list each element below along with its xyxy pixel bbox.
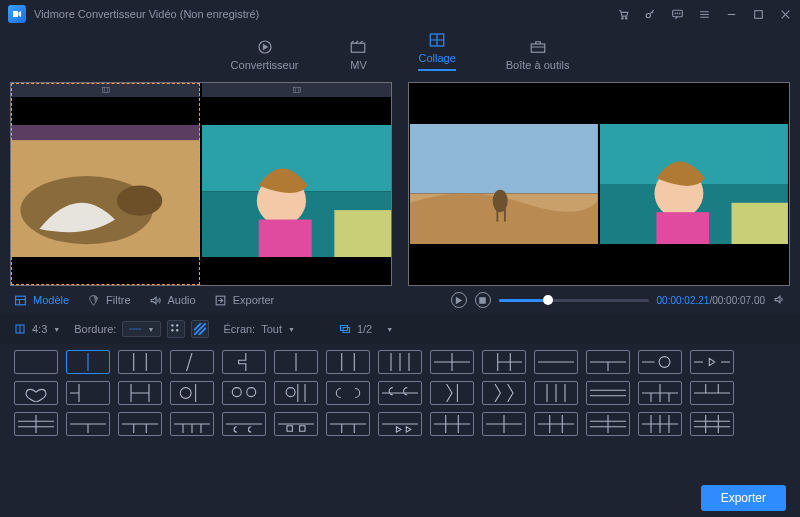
film-icon bbox=[101, 85, 111, 95]
layout-template-22[interactable] bbox=[378, 381, 422, 405]
layout-template-23[interactable] bbox=[430, 381, 474, 405]
screen-group[interactable]: Écran: Tout ▼ bbox=[223, 323, 295, 335]
svg-point-15 bbox=[117, 185, 162, 215]
layout-template-7[interactable] bbox=[326, 350, 370, 374]
layout-template-3[interactable] bbox=[118, 350, 162, 374]
nav-convertisseur[interactable]: Convertisseur bbox=[231, 38, 299, 75]
close-icon[interactable] bbox=[779, 8, 792, 21]
layout-template-18[interactable] bbox=[170, 381, 214, 405]
volume-icon[interactable] bbox=[773, 293, 786, 308]
chevron-down-icon: ▼ bbox=[147, 326, 154, 333]
toolbox-icon bbox=[528, 38, 548, 56]
layout-template-11[interactable] bbox=[534, 350, 578, 374]
border-color-2[interactable] bbox=[191, 320, 209, 338]
layout-template-25[interactable] bbox=[534, 381, 578, 405]
layout-template-39[interactable] bbox=[534, 412, 578, 436]
svg-rect-35 bbox=[479, 297, 486, 304]
layout-template-32[interactable] bbox=[170, 412, 214, 436]
window-controls bbox=[617, 8, 792, 21]
tab-exporter[interactable]: Exporter bbox=[214, 294, 275, 307]
nav-collage[interactable]: Collage bbox=[418, 31, 455, 75]
layout-template-9[interactable] bbox=[430, 350, 474, 374]
feedback-icon[interactable] bbox=[671, 8, 684, 21]
layout-template-42[interactable] bbox=[690, 412, 734, 436]
tab-filtre[interactable]: Filtre bbox=[87, 294, 130, 307]
layout-template-30[interactable] bbox=[66, 412, 110, 436]
layout-template-26[interactable] bbox=[586, 381, 630, 405]
layout-template-19[interactable] bbox=[222, 381, 266, 405]
layout-template-24[interactable] bbox=[482, 381, 526, 405]
key-icon[interactable] bbox=[644, 8, 657, 21]
svg-rect-32 bbox=[732, 203, 788, 244]
seek-slider[interactable] bbox=[499, 299, 649, 302]
screen-label: Écran: bbox=[223, 323, 255, 335]
border-color-1[interactable] bbox=[167, 320, 185, 338]
layout-template-4[interactable] bbox=[170, 350, 214, 374]
layout-template-38[interactable] bbox=[482, 412, 526, 436]
layout-template-20[interactable] bbox=[274, 381, 318, 405]
ratio-selector[interactable]: 4:3 ▼ bbox=[14, 323, 60, 335]
mid-bar: Modèle Filtre Audio Exporter 00:00:02.21… bbox=[0, 286, 800, 314]
screen-value: Tout bbox=[261, 323, 282, 335]
tab-audio[interactable]: Audio bbox=[149, 294, 196, 307]
layout-template-16[interactable] bbox=[66, 381, 110, 405]
nav-label: Convertisseur bbox=[231, 59, 299, 71]
svg-point-0 bbox=[622, 17, 624, 19]
layout-template-28[interactable] bbox=[690, 381, 734, 405]
camera-icon bbox=[11, 8, 23, 20]
layout-template-10[interactable] bbox=[482, 350, 526, 374]
layout-template-17[interactable] bbox=[118, 381, 162, 405]
collage-slot-1[interactable] bbox=[11, 83, 200, 285]
layout-template-12[interactable] bbox=[586, 350, 630, 374]
layout-template-6[interactable] bbox=[274, 350, 318, 374]
layout-template-37[interactable] bbox=[430, 412, 474, 436]
tab-modele[interactable]: Modèle bbox=[14, 294, 69, 307]
window-title: Vidmore Convertisseur Vidéo (Non enregis… bbox=[34, 8, 259, 20]
layout-template-15[interactable] bbox=[14, 381, 58, 405]
collage-slot-2[interactable] bbox=[202, 83, 391, 285]
layout-template-21[interactable] bbox=[326, 381, 370, 405]
cart-icon[interactable] bbox=[617, 8, 630, 21]
tab-label: Exporter bbox=[233, 294, 275, 306]
title-bar: Vidmore Convertisseur Vidéo (Non enregis… bbox=[0, 0, 800, 28]
layout-template-35[interactable] bbox=[326, 412, 370, 436]
svg-rect-23 bbox=[410, 124, 598, 193]
tab-label: Modèle bbox=[33, 294, 69, 306]
layout-template-2[interactable] bbox=[66, 350, 110, 374]
svg-rect-27 bbox=[504, 208, 506, 221]
layout-template-5[interactable] bbox=[222, 350, 266, 374]
svg-rect-26 bbox=[497, 208, 499, 221]
svg-rect-7 bbox=[755, 10, 763, 18]
layout-template-36[interactable] bbox=[378, 412, 422, 436]
layout-template-33[interactable] bbox=[222, 412, 266, 436]
menu-icon[interactable] bbox=[698, 8, 711, 21]
svg-point-39 bbox=[176, 324, 178, 326]
filter-icon bbox=[87, 294, 100, 307]
page-selector[interactable]: 1/2 ▼ bbox=[339, 323, 393, 335]
ratio-icon bbox=[14, 323, 26, 335]
layout-template-31[interactable] bbox=[118, 412, 162, 436]
svg-rect-11 bbox=[531, 44, 545, 52]
ratio-value: 4:3 bbox=[32, 323, 47, 335]
layout-template-27[interactable] bbox=[638, 381, 682, 405]
layout-template-1[interactable] bbox=[14, 350, 58, 374]
tab-label: Audio bbox=[168, 294, 196, 306]
layout-template-13[interactable] bbox=[638, 350, 682, 374]
film-icon bbox=[292, 85, 302, 95]
export-button[interactable]: Exporter bbox=[701, 485, 786, 511]
nav-mv[interactable]: MV bbox=[348, 38, 368, 75]
nav-boite[interactable]: Boîte à outils bbox=[506, 38, 570, 75]
minimize-icon[interactable] bbox=[725, 8, 738, 21]
layout-template-34[interactable] bbox=[274, 412, 318, 436]
layout-template-40[interactable] bbox=[586, 412, 630, 436]
slot-toolbar bbox=[202, 83, 391, 97]
border-style-select[interactable]: ▼ bbox=[122, 321, 161, 337]
export-icon bbox=[214, 294, 227, 307]
layout-template-14[interactable] bbox=[690, 350, 734, 374]
layout-template-29[interactable] bbox=[14, 412, 58, 436]
play-button[interactable] bbox=[451, 292, 467, 308]
layout-template-41[interactable] bbox=[638, 412, 682, 436]
maximize-icon[interactable] bbox=[752, 8, 765, 21]
stop-button[interactable] bbox=[475, 292, 491, 308]
layout-template-8[interactable] bbox=[378, 350, 422, 374]
